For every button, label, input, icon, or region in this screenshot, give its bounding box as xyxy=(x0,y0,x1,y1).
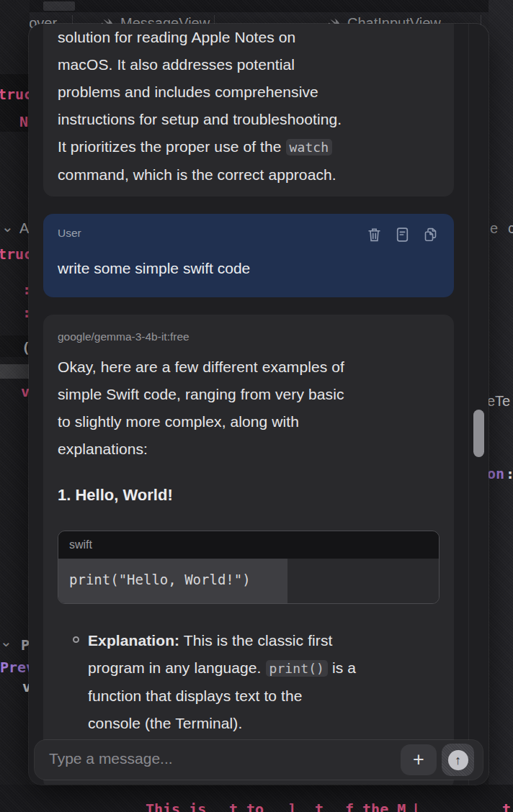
code-fragment: t xyxy=(502,800,511,812)
editor-band xyxy=(0,364,30,379)
code-text: print("Hello, World!") xyxy=(69,572,251,587)
chat-popover-panel: solution for reading Apple Notes on macO… xyxy=(29,24,489,785)
code-fragment: A xyxy=(19,220,29,237)
code-block: swift print("Hello, World!") xyxy=(58,531,440,604)
markdown-heading: 1. Hello, World! xyxy=(58,486,440,505)
message-input-bar[interactable]: Type a message... + ↑ xyxy=(35,740,483,780)
editor-code-left: trucN⌄Atruc::(v⌄P:Prevv xyxy=(0,0,30,812)
plus-icon: + xyxy=(413,749,424,771)
toolbar-blob xyxy=(43,1,75,11)
code-fragment: f the M xyxy=(345,800,406,812)
assistant-message-partial: solution for reading Apple Notes on macO… xyxy=(43,24,454,197)
role-label: User xyxy=(58,227,367,240)
code-fragment: ⌄ xyxy=(1,218,14,235)
code-fragment: eTe xyxy=(489,393,510,410)
code-fragment: t to xyxy=(229,800,264,812)
code-fragment: ] xyxy=(287,800,296,812)
chat-scrollbar-thumb[interactable] xyxy=(473,410,484,457)
arrow-up-icon: ↑ xyxy=(448,750,468,770)
code-fragment: t xyxy=(315,800,324,812)
window-title-strip xyxy=(0,0,513,12)
add-button[interactable]: + xyxy=(401,744,437,775)
message-text: Okay, here are a few different examples … xyxy=(58,353,440,463)
message-input-placeholder: Type a message... xyxy=(49,750,173,767)
code-language-label: swift xyxy=(69,538,92,551)
assistant-message: google/gemma-3-4b-it:free Okay, here are… xyxy=(43,315,454,785)
code-fragment: ⌄ xyxy=(0,633,12,650)
editor-code-bottom: This ist to]tf the M|t xyxy=(0,785,513,812)
document-icon[interactable] xyxy=(396,227,409,243)
copy-icon[interactable] xyxy=(423,227,438,243)
code-fragment: : xyxy=(506,465,513,482)
editor-code-right: eceTeon: xyxy=(489,0,513,812)
user-message: User write some simple swift code xyxy=(43,214,454,297)
code-fragment: N xyxy=(19,113,28,130)
code-fragment: truc xyxy=(0,245,30,263)
bullet-icon xyxy=(73,636,79,643)
bullet-text: Explanation: This is the classic first p… xyxy=(88,627,427,737)
code-fragment: This is xyxy=(146,800,206,812)
code-fragment: Prev xyxy=(0,659,30,676)
message-text: solution for reading Apple Notes on macO… xyxy=(58,24,440,189)
trash-icon[interactable] xyxy=(367,227,382,243)
code-fragment: e xyxy=(490,220,498,237)
send-button[interactable]: ↑ xyxy=(442,744,474,776)
bullet-list-item: Explanation: This is the classic first p… xyxy=(58,627,440,737)
code-fragment: truc xyxy=(0,86,30,103)
code-fragment: c xyxy=(508,220,513,237)
code-fragment: on xyxy=(489,465,504,482)
app-window: ppover MessageView ChatInputView ❯ trucN… xyxy=(0,0,513,812)
scroll-gutter-seam xyxy=(468,24,469,785)
code-block-header: swift xyxy=(58,531,439,559)
code-block-body: print("Hello, World!") xyxy=(58,559,439,603)
model-name-label: google/gemma-3-4b-it:free xyxy=(58,330,440,343)
code-fragment: | xyxy=(411,800,420,812)
message-text: write some simple swift code xyxy=(58,258,440,279)
